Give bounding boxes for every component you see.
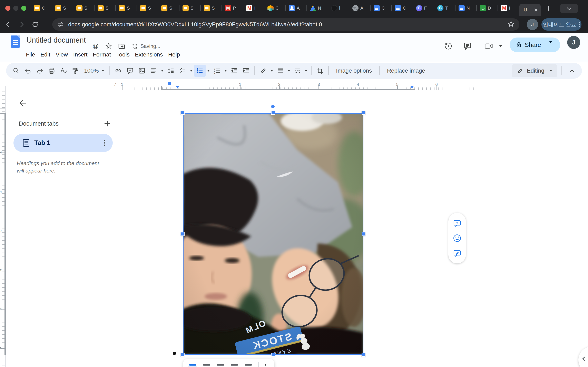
border-color-button[interactable] <box>257 65 269 77</box>
resize-handle-w[interactable] <box>181 232 185 236</box>
site-settings-icon[interactable] <box>57 21 64 28</box>
wrap-option-behind-text[interactable] <box>231 364 238 367</box>
right-indent-marker[interactable] <box>410 86 414 89</box>
browser-tab[interactable]: C <box>264 0 286 16</box>
bulleted-list-dropdown[interactable] <box>206 65 211 77</box>
border-color-dropdown[interactable] <box>269 65 274 77</box>
menu-item[interactable]: Insert <box>71 50 90 59</box>
checklist-dropdown[interactable] <box>189 65 194 77</box>
left-indent-marker[interactable] <box>176 86 179 89</box>
browser-tab[interactable]: A <box>349 0 371 16</box>
add-emoji-reaction-icon[interactable] <box>452 234 462 243</box>
browser-tab[interactable]: I <box>498 0 519 16</box>
wrap-option-in-front-of-text[interactable] <box>245 364 252 367</box>
add-tab-button[interactable] <box>103 119 112 128</box>
paint-format-button[interactable] <box>69 65 81 77</box>
move-to-folder-button[interactable] <box>118 42 126 50</box>
browser-tab[interactable]: S <box>73 0 95 16</box>
address-bar[interactable]: docs.google.com/document/d/1tXtzWO0VDdxL… <box>52 18 519 31</box>
browser-tab[interactable]: S <box>116 0 137 16</box>
share-dropdown[interactable] <box>545 43 556 47</box>
tab-options-kebab-icon[interactable] <box>104 142 105 143</box>
browser-tab[interactable]: A <box>286 0 307 16</box>
menu-item[interactable]: Edit <box>38 50 53 59</box>
insert-link-button[interactable] <box>112 65 124 77</box>
browser-tab[interactable]: P <box>222 0 243 16</box>
align-button[interactable] <box>148 65 160 77</box>
zoom-select[interactable]: 100% <box>81 65 107 77</box>
close-panel-button[interactable] <box>17 98 29 109</box>
editing-mode-button[interactable]: Editing <box>512 64 557 77</box>
rotate-handle[interactable] <box>271 105 275 108</box>
browser-tab[interactable]: C <box>371 0 392 16</box>
replace-image-button[interactable]: Replace image <box>382 65 430 77</box>
menu-item[interactable]: File <box>23 50 38 59</box>
bookmark-star-icon[interactable] <box>508 21 515 28</box>
browser-tab[interactable]: C <box>31 0 52 16</box>
tab-search-button[interactable] <box>560 4 578 13</box>
menu-item[interactable]: Tools <box>113 50 132 59</box>
browser-tab[interactable]: C <box>392 0 413 16</box>
numbered-list-button[interactable]: 123 <box>211 65 223 77</box>
image-options-button[interactable]: Image options <box>331 65 377 77</box>
share-button[interactable]: Share <box>510 38 545 52</box>
menu-item[interactable]: Format <box>90 50 114 59</box>
reload-button[interactable] <box>30 19 40 30</box>
resize-handle-e[interactable] <box>362 232 365 236</box>
suggest-edits-icon[interactable] <box>452 249 462 258</box>
browser-tab[interactable]: D <box>477 0 498 16</box>
easter-egg-badge-button[interactable]: @ <box>91 42 100 50</box>
browser-tab[interactable]: F <box>413 0 434 16</box>
menu-item[interactable]: Help <box>165 50 183 59</box>
border-weight-dropdown[interactable] <box>286 65 292 77</box>
browser-tab[interactable]: S <box>137 0 158 16</box>
new-tab-button[interactable] <box>544 3 553 13</box>
align-dropdown[interactable] <box>160 65 165 77</box>
browser-tab-active[interactable]: U <box>519 4 541 16</box>
vertical-ruler[interactable]: 1 2 3 4 5 6 <box>0 88 6 367</box>
crop-image-button[interactable] <box>314 65 326 77</box>
add-comment-icon[interactable] <box>452 218 462 228</box>
checklist-button[interactable] <box>177 65 189 77</box>
resize-handle-s[interactable] <box>271 353 275 357</box>
document-title[interactable]: Untitled document <box>26 36 86 44</box>
window-close-button[interactable] <box>5 6 10 11</box>
browser-tab[interactable]: i <box>328 0 349 16</box>
wrap-option-break-text[interactable] <box>217 364 224 367</box>
browser-tab[interactable]: S <box>158 0 180 16</box>
add-comment-button[interactable] <box>124 65 136 77</box>
resize-handle-nw[interactable] <box>181 111 185 115</box>
close-tab-icon[interactable] <box>534 8 538 12</box>
search-menus-button[interactable] <box>10 65 22 77</box>
document-tab-item-selected[interactable]: Tab 1 <box>13 134 113 152</box>
chrome-update-button[interactable]: 업데이트 완료 <box>541 18 581 31</box>
browser-tab[interactable]: I <box>243 0 264 16</box>
redo-button[interactable] <box>34 65 46 77</box>
menu-item[interactable]: View <box>53 50 70 59</box>
numbered-list-dropdown[interactable] <box>223 65 228 77</box>
resize-handle-se[interactable] <box>362 353 365 357</box>
browser-profile-avatar[interactable]: J <box>527 19 538 30</box>
window-minimize-button[interactable] <box>13 6 18 11</box>
url-text[interactable]: docs.google.com/document/d/1tXtzWO0VDdxL… <box>68 21 508 28</box>
meet-video-call-button[interactable] <box>483 40 494 52</box>
browser-tab[interactable]: N <box>307 0 328 16</box>
comments-button[interactable] <box>462 40 473 52</box>
browser-tab[interactable]: N <box>456 0 477 16</box>
first-line-indent-marker[interactable] <box>168 82 171 85</box>
line-spacing-button[interactable] <box>165 65 177 77</box>
account-avatar[interactable]: J <box>567 36 580 49</box>
resize-handle-sw[interactable] <box>181 353 185 357</box>
spelling-check-button[interactable] <box>58 65 69 77</box>
selected-inline-image[interactable]: STOCK SYND OLM <box>183 113 363 355</box>
browser-tab[interactable]: S <box>180 0 201 16</box>
decrease-indent-button[interactable] <box>228 65 240 77</box>
meet-dropdown[interactable] <box>495 40 506 52</box>
border-dash-button[interactable] <box>292 65 303 77</box>
insert-image-button[interactable] <box>136 65 148 77</box>
increase-indent-button[interactable] <box>240 65 252 77</box>
resize-handle-ne[interactable] <box>362 111 365 115</box>
browser-tab[interactable]: S <box>201 0 222 16</box>
wrap-option-in-line[interactable] <box>189 364 196 367</box>
version-history-button[interactable] <box>443 40 454 52</box>
